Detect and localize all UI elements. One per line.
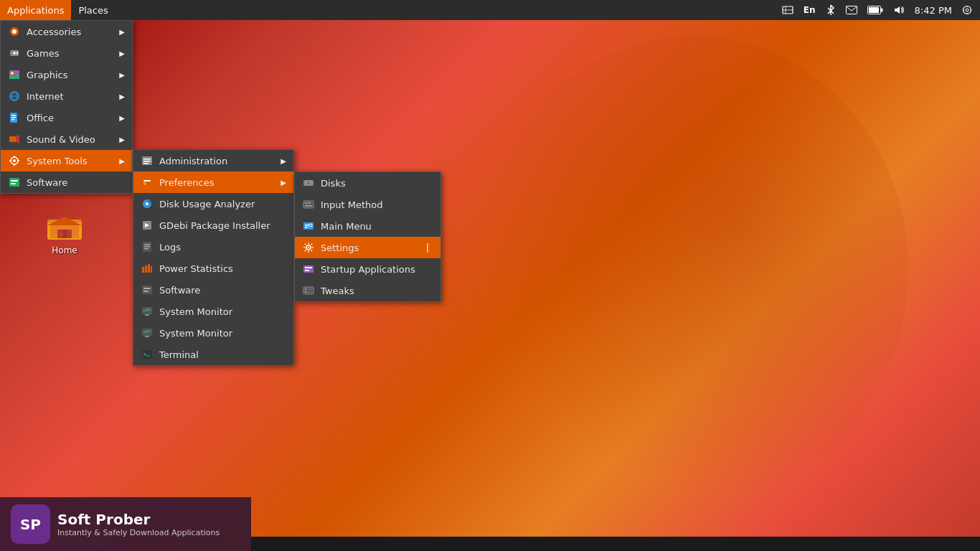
- menu-startup-apps[interactable]: Startup Applications: [295, 258, 440, 280]
- svg-rect-45: [143, 180, 151, 182]
- menu-disks[interactable]: Disks: [295, 172, 440, 194]
- svg-marker-30: [16, 135, 19, 143]
- svg-rect-56: [148, 264, 150, 273]
- menu-preferences[interactable]: Preferences ▶: [133, 171, 293, 193]
- menu-tweaks[interactable]: Tweaks: [295, 280, 440, 301]
- svg-rect-29: [9, 136, 16, 142]
- topbar: Applications Places En: [0, 0, 980, 20]
- topbar-right: En: [780, 0, 980, 20]
- tweaks-label: Tweaks: [321, 286, 354, 296]
- svg-rect-94: [305, 291, 306, 293]
- svg-rect-53: [144, 248, 149, 250]
- menu-system-tools[interactable]: System Tools ▶: [1, 150, 132, 171]
- places-menu[interactable]: Places: [71, 0, 115, 20]
- internet-arrow: ▶: [119, 93, 125, 100]
- accessories-arrow: ▶: [119, 28, 125, 36]
- menu-disk-usage[interactable]: Disk Usage Analyzer: [133, 193, 293, 215]
- applications-menu[interactable]: Applications: [0, 0, 71, 20]
- startup-apps-label: Startup Applications: [321, 264, 415, 275]
- menu-internet[interactable]: Internet ▶: [1, 85, 132, 107]
- svg-point-21: [11, 72, 14, 75]
- terminal-label: Terminal: [159, 349, 199, 360]
- system-tools-menu-l2: Administration ▶ Preferences ▶ Disk Usag…: [133, 149, 294, 366]
- time-display: 8:42 PM: [915, 5, 952, 16]
- menu-sound-video[interactable]: Sound & Video ▶: [1, 128, 132, 150]
- menu-settings[interactable]: Settings ▏: [295, 237, 440, 258]
- menu-graphics[interactable]: Graphics ▶: [1, 64, 132, 85]
- games-icon: [8, 47, 21, 60]
- menu-administration[interactable]: Administration ▶: [133, 150, 293, 171]
- accessories-label: Accessories: [27, 27, 81, 37]
- language-icon[interactable]: En: [801, 5, 818, 15]
- svg-point-14: [12, 29, 17, 34]
- settings-icon: [302, 241, 315, 254]
- system-tools-label: System Tools: [27, 156, 88, 166]
- system-tools-icon: [8, 154, 21, 167]
- menu-office[interactable]: Office ▶: [1, 107, 132, 128]
- office-arrow: ▶: [119, 114, 125, 122]
- disks-icon: [302, 176, 315, 189]
- svg-rect-70: [303, 201, 314, 208]
- svg-rect-74: [305, 205, 312, 207]
- menu-software-l2[interactable]: Software: [133, 279, 293, 301]
- office-icon: [8, 111, 21, 124]
- menu-gdebi[interactable]: GDebi Package Installer: [133, 215, 293, 236]
- watermark-logo-text: SP: [20, 516, 41, 533]
- svg-rect-39: [11, 183, 16, 184]
- svg-rect-91: [305, 270, 309, 271]
- svg-line-88: [305, 250, 306, 252]
- preferences-label: Preferences: [159, 177, 214, 188]
- sound-video-arrow: ▶: [119, 136, 125, 143]
- input-source-icon[interactable]: [780, 4, 796, 16]
- menu-input-method[interactable]: Input Method: [295, 194, 440, 215]
- battery-icon[interactable]: [865, 6, 885, 14]
- svg-rect-59: [143, 288, 151, 289]
- watermark-title: Soft Prober: [57, 511, 220, 528]
- svg-rect-58: [142, 286, 152, 294]
- watermark-subtitle: Instantly & Safely Download Applications: [57, 528, 220, 537]
- svg-rect-27: [11, 117, 16, 118]
- topbar-left: Applications Places: [0, 0, 116, 20]
- menu-games[interactable]: Games ▶: [1, 42, 132, 64]
- menu-accessories[interactable]: Accessories ▶: [1, 21, 132, 42]
- svg-rect-55: [145, 265, 147, 273]
- input-method-label: Input Method: [321, 199, 383, 210]
- svg-rect-72: [307, 202, 308, 204]
- menu-power-stats[interactable]: Power Statistics: [133, 258, 293, 279]
- menu-logs[interactable]: Logs: [133, 236, 293, 258]
- accessories-icon: [8, 25, 21, 38]
- software-icon: [8, 176, 21, 189]
- svg-point-46: [143, 182, 146, 185]
- menu-system-monitor-1[interactable]: System Monitor: [133, 301, 293, 322]
- svg-rect-65: [142, 350, 152, 359]
- mail-icon[interactable]: [844, 6, 859, 14]
- menu-system-monitor-2[interactable]: System Monitor: [133, 322, 293, 344]
- home-desktop-icon[interactable]: Home: [36, 208, 93, 255]
- disk-usage-label: Disk Usage Analyzer: [159, 199, 255, 209]
- svg-rect-64: [145, 336, 149, 337]
- menu-main-menu[interactable]: Main Menu: [295, 215, 440, 237]
- power-icon[interactable]: [960, 5, 974, 15]
- svg-point-101: [61, 234, 63, 236]
- svg-point-48: [146, 202, 149, 205]
- bluetooth-icon[interactable]: [824, 4, 838, 16]
- svg-rect-26: [11, 115, 16, 116]
- svg-rect-73: [309, 202, 311, 204]
- logs-icon: [141, 240, 154, 253]
- software-label: Software: [27, 177, 67, 188]
- svg-rect-44: [142, 178, 152, 187]
- office-label: Office: [27, 113, 54, 123]
- volume-icon[interactable]: [891, 5, 907, 15]
- main-menu-label: Main Menu: [321, 221, 372, 232]
- svg-point-18: [17, 52, 18, 53]
- power-stats-icon: [141, 262, 154, 275]
- svg-point-69: [308, 182, 309, 184]
- menu-software[interactable]: Software: [1, 171, 132, 193]
- tweaks-icon: [302, 284, 315, 297]
- svg-line-85: [305, 244, 306, 245]
- svg-rect-6: [881, 9, 883, 12]
- svg-rect-41: [143, 159, 151, 160]
- svg-line-87: [311, 244, 313, 245]
- svg-rect-52: [144, 246, 150, 248]
- menu-terminal[interactable]: Terminal: [133, 344, 293, 365]
